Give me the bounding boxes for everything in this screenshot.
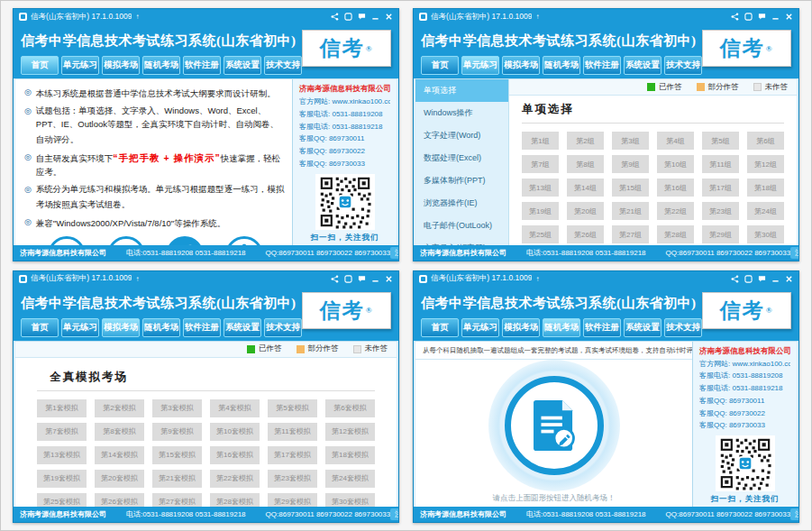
tab-1[interactable]: 单元练习: [61, 56, 99, 75]
random-exam-button[interactable]: [505, 376, 604, 475]
tab-1[interactable]: 单元练习: [461, 318, 499, 337]
close-icon[interactable]: [785, 13, 793, 21]
tab-4[interactable]: 软件注册: [583, 56, 621, 75]
group-button[interactable]: 第15组: [612, 179, 649, 197]
set-button[interactable]: 第28套模拟: [210, 493, 260, 508]
sidebar-item-3[interactable]: 数据处理(Excel): [415, 147, 508, 169]
set-button[interactable]: 第18套模拟: [325, 446, 375, 464]
feedback-icon[interactable]: [358, 13, 366, 21]
set-button[interactable]: 第29套模拟: [268, 493, 317, 508]
share-icon[interactable]: [331, 275, 339, 283]
group-button[interactable]: 第12组: [747, 155, 784, 173]
set-button[interactable]: 第24套模拟: [325, 470, 375, 488]
set-button[interactable]: 第2套模拟: [95, 399, 144, 417]
tab-5[interactable]: 系统设置: [624, 318, 661, 337]
set-button[interactable]: 第17套模拟: [268, 446, 317, 464]
set-button[interactable]: 第12套模拟: [325, 423, 375, 441]
set-button[interactable]: 第4套模拟: [210, 399, 260, 417]
tab-4[interactable]: 软件注册: [583, 318, 621, 337]
set-button[interactable]: 第26套模拟: [95, 493, 144, 508]
feedback-icon[interactable]: [758, 275, 766, 283]
group-button[interactable]: 第21组: [612, 202, 649, 220]
set-button[interactable]: 第7套模拟: [37, 423, 87, 441]
skin-icon[interactable]: [344, 13, 352, 21]
tab-4[interactable]: 软件注册: [183, 318, 221, 337]
feedback-icon[interactable]: [358, 275, 366, 283]
sidebar-item-1[interactable]: Windows操作: [415, 102, 508, 124]
minimize-icon[interactable]: [771, 275, 780, 283]
minimize-icon[interactable]: [371, 275, 379, 283]
set-button[interactable]: 第15套模拟: [152, 446, 202, 464]
group-button[interactable]: 第2组: [567, 132, 604, 150]
group-button[interactable]: 第25组: [522, 225, 559, 243]
tab-6[interactable]: 技术支持: [264, 318, 302, 337]
set-button[interactable]: 第19套模拟: [37, 470, 87, 488]
share-icon[interactable]: [331, 13, 339, 21]
group-button[interactable]: 第13组: [522, 179, 559, 197]
set-button[interactable]: 第23套模拟: [268, 470, 317, 488]
set-button[interactable]: 第22套模拟: [210, 470, 260, 488]
set-button[interactable]: 第16套模拟: [210, 446, 260, 464]
group-button[interactable]: 第20组: [567, 202, 604, 220]
set-button[interactable]: 第13套模拟: [37, 446, 87, 464]
group-button[interactable]: 第26组: [567, 225, 604, 243]
skin-icon[interactable]: [344, 275, 352, 283]
tab-4[interactable]: 软件注册: [183, 56, 221, 75]
tab-2[interactable]: 模拟考场: [502, 318, 540, 337]
tab-2[interactable]: 模拟考场: [102, 56, 140, 75]
sidebar-item-5[interactable]: 浏览器操作(IE): [415, 192, 508, 215]
tab-2[interactable]: 模拟考场: [102, 318, 140, 337]
group-button[interactable]: 第23组: [702, 202, 739, 220]
edition-badge[interactable]: 注册版: [390, 247, 398, 259]
sidebar-item-6[interactable]: 电子邮件(OutLook): [415, 215, 508, 237]
minimize-icon[interactable]: [771, 13, 780, 21]
set-button[interactable]: 第20套模拟: [95, 470, 144, 488]
share-icon[interactable]: [731, 13, 739, 21]
share-icon[interactable]: [731, 275, 739, 283]
group-button[interactable]: 第24组: [747, 202, 784, 220]
set-button[interactable]: 第11套模拟: [268, 423, 317, 441]
tab-6[interactable]: 技术支持: [664, 56, 702, 75]
set-button[interactable]: 第1套模拟: [37, 399, 87, 417]
tab-6[interactable]: 技术支持: [264, 56, 302, 75]
edition-badge[interactable]: 注册版: [790, 247, 798, 259]
tab-3[interactable]: 随机考场: [142, 318, 180, 337]
group-button[interactable]: 第27组: [612, 225, 649, 243]
tab-6[interactable]: 技术支持: [664, 318, 702, 337]
tab-5[interactable]: 系统设置: [224, 318, 261, 337]
group-button[interactable]: 第19组: [522, 202, 559, 220]
set-button[interactable]: 第6套模拟: [325, 399, 375, 417]
tab-1[interactable]: 单元练习: [61, 318, 99, 337]
skin-icon[interactable]: [744, 13, 753, 21]
feedback-icon[interactable]: [758, 13, 766, 21]
group-button[interactable]: 第14组: [567, 179, 604, 197]
group-button[interactable]: 第1组: [522, 132, 559, 150]
group-button[interactable]: 第8组: [567, 155, 604, 173]
sidebar-item-4[interactable]: 多媒体制作(PPT): [415, 169, 508, 192]
group-button[interactable]: 第28组: [657, 225, 694, 243]
tab-5[interactable]: 系统设置: [624, 56, 661, 75]
tab-3[interactable]: 随机考场: [543, 56, 580, 75]
set-button[interactable]: 第25套模拟: [37, 493, 87, 508]
set-button[interactable]: 第27套模拟: [152, 493, 202, 508]
tab-1[interactable]: 单元练习: [461, 56, 499, 75]
group-button[interactable]: 第17组: [702, 179, 739, 197]
tab-3[interactable]: 随机考场: [142, 56, 180, 75]
close-icon[interactable]: [385, 275, 393, 283]
tab-2[interactable]: 模拟考场: [502, 56, 540, 75]
group-button[interactable]: 第3组: [612, 132, 649, 150]
group-button[interactable]: 第22组: [657, 202, 694, 220]
group-button[interactable]: 第7组: [522, 155, 559, 173]
edition-badge[interactable]: 注册版: [790, 508, 798, 520]
tab-0[interactable]: 首页: [21, 318, 59, 337]
group-button[interactable]: 第4组: [657, 132, 694, 150]
group-button[interactable]: 第30组: [747, 225, 784, 243]
skin-icon[interactable]: [744, 275, 753, 283]
close-icon[interactable]: [385, 13, 393, 21]
set-button[interactable]: 第3套模拟: [152, 399, 202, 417]
sidebar-item-0[interactable]: 单项选择: [415, 79, 508, 102]
group-button[interactable]: 第6组: [747, 132, 784, 150]
set-button[interactable]: 第9套模拟: [152, 423, 202, 441]
close-icon[interactable]: [785, 275, 793, 283]
group-button[interactable]: 第10组: [657, 155, 694, 173]
